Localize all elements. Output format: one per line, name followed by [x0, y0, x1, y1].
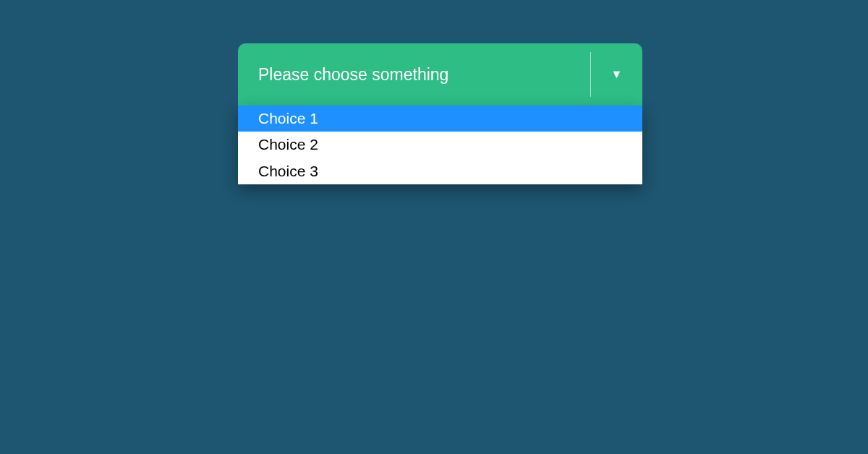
dropdown-list: Choice 1 Choice 2 Choice 3 [238, 106, 642, 184]
dropdown-arrow-section: ▼ [590, 52, 642, 97]
chevron-down-icon: ▼ [611, 68, 623, 81]
dropdown-option-3[interactable]: Choice 3 [238, 158, 642, 184]
dropdown: Please choose something ▼ Choice 1 Choic… [238, 43, 642, 184]
dropdown-header[interactable]: Please choose something ▼ [238, 43, 642, 106]
dropdown-option-1[interactable]: Choice 1 [238, 106, 642, 132]
dropdown-option-2[interactable]: Choice 2 [238, 132, 642, 158]
dropdown-placeholder: Please choose something [238, 43, 590, 106]
